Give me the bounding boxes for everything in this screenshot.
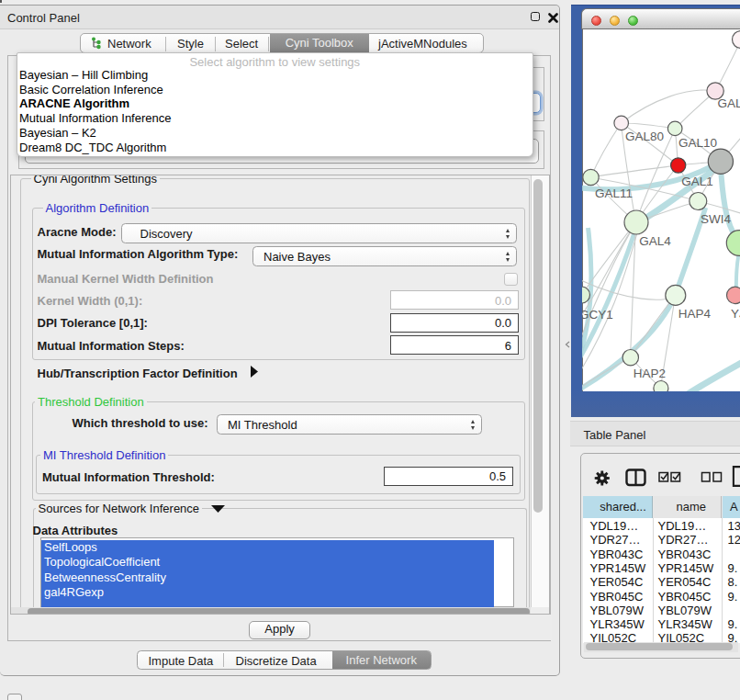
svg-text:GAL80: GAL80	[624, 130, 663, 143]
svg-text:GAL10: GAL10	[678, 136, 716, 150]
svg-text:YJ: YJ	[731, 307, 740, 321]
svg-text:GAL1: GAL1	[681, 175, 713, 188]
svg-text:GAL4: GAL4	[639, 234, 671, 248]
svg-text:GCY1: GCY1	[582, 308, 613, 322]
svg-text:SWI4: SWI4	[700, 212, 730, 226]
svg-text:HAP2: HAP2	[633, 367, 665, 380]
svg-text:GAL2: GAL2	[717, 96, 740, 110]
svg-text:GAL11: GAL11	[594, 186, 632, 200]
svg-text:HAP4: HAP4	[678, 307, 711, 321]
